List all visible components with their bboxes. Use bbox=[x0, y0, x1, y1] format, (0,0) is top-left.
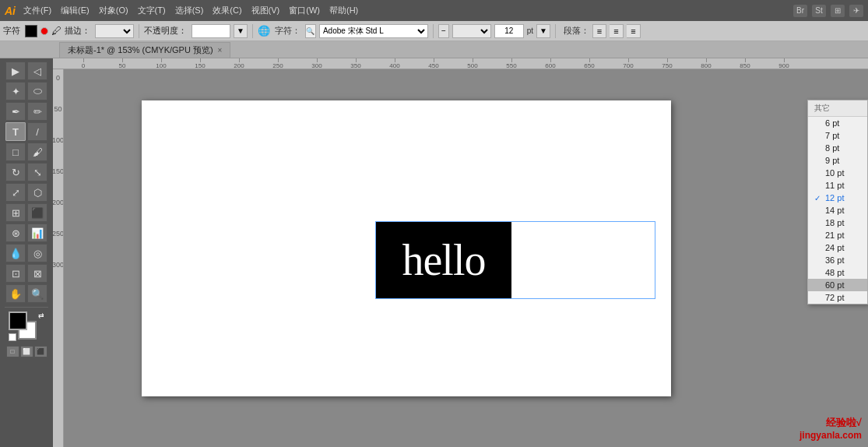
menu-type[interactable]: 文字(T) bbox=[138, 5, 166, 16]
dropdown-item-48pt[interactable]: 48 pt bbox=[808, 266, 867, 279]
ruler-tick-500: 500 bbox=[453, 58, 492, 69]
slice-tool[interactable]: ⊠ bbox=[27, 264, 47, 283]
artboard-tool[interactable]: ⊡ bbox=[5, 264, 26, 283]
font-size-dropdown-btn[interactable]: ▼ bbox=[536, 24, 550, 38]
tool-row-1: ▶ ◁ bbox=[5, 62, 47, 80]
magic-wand-tool[interactable]: ✦ bbox=[5, 82, 26, 100]
dropdown-item-12pt[interactable]: ✓ 12 pt bbox=[808, 192, 867, 204]
stroke-select[interactable] bbox=[95, 24, 134, 38]
eyedropper-tool[interactable]: 💧 bbox=[5, 244, 26, 262]
menu-bar[interactable]: 文件(F) 编辑(E) 对象(O) 文字(T) 选择(S) 效果(C) 视图(V… bbox=[23, 5, 358, 16]
ruler-tick-250: 250 bbox=[258, 58, 297, 69]
lasso-tool[interactable]: ⬭ bbox=[27, 82, 47, 100]
opacity-input[interactable]: 100% bbox=[192, 24, 230, 38]
type-tool[interactable]: T bbox=[5, 122, 26, 141]
font-search-icon[interactable] bbox=[305, 24, 316, 38]
rotate-tool[interactable]: ↻ bbox=[5, 163, 26, 181]
menu-edit[interactable]: 编辑(E) bbox=[61, 5, 90, 16]
menu-window[interactable]: 窗口(W) bbox=[289, 5, 320, 16]
ruler-tick-50: 50 bbox=[103, 58, 142, 69]
outline-view-btn[interactable]: ⬜ bbox=[20, 346, 33, 357]
paintbrush-tool[interactable]: 🖌 bbox=[27, 143, 47, 161]
tool-row-7: ⤢ ⬡ bbox=[5, 183, 47, 202]
line-tool[interactable]: / bbox=[27, 122, 47, 141]
pen-tool[interactable]: ✒ bbox=[5, 102, 26, 121]
dropdown-item-36pt[interactable]: 36 pt bbox=[808, 254, 867, 266]
dropdown-item-72pt[interactable]: 72 pt bbox=[808, 291, 867, 304]
free-transform-tool[interactable]: ⊞ bbox=[5, 203, 26, 222]
font-size-select[interactable] bbox=[452, 24, 491, 38]
ruler-tick-900: 900 bbox=[764, 58, 803, 69]
dropdown-item-7pt[interactable]: 7 pt bbox=[808, 129, 867, 142]
column-graph-tool[interactable]: 📊 bbox=[27, 224, 47, 242]
menu-object[interactable]: 对象(O) bbox=[99, 5, 128, 16]
align-center-btn[interactable]: ≡ bbox=[610, 24, 624, 38]
selection-tool[interactable]: ▶ bbox=[5, 62, 26, 80]
opacity-arrow[interactable]: ▼ bbox=[234, 24, 248, 38]
paragraph-label: 段落： bbox=[564, 25, 589, 37]
pixel-view-btn[interactable]: ⬛ bbox=[34, 346, 47, 357]
text-frame[interactable]: hello bbox=[375, 221, 655, 299]
share-icon[interactable]: ✈ bbox=[849, 5, 863, 17]
blend-tool[interactable]: ◎ bbox=[27, 244, 47, 262]
rectangle-tool[interactable]: □ bbox=[5, 143, 26, 161]
menu-help[interactable]: 帮助(H) bbox=[329, 5, 358, 16]
scale-tool[interactable]: ⤢ bbox=[5, 183, 26, 202]
dropdown-item-11pt[interactable]: 11 pt bbox=[808, 179, 867, 192]
tools-panel: ▶ ◁ ✦ ⬭ ✒ ✏ T / □ 🖌 ↻ ⤡ ⤢ ⬡ bbox=[0, 58, 53, 447]
perspective-tool[interactable]: ⬛ bbox=[27, 203, 47, 222]
fill-color-swatch[interactable] bbox=[25, 25, 37, 37]
watermark: 经验啦√ jingyanla.com bbox=[799, 416, 862, 441]
main-area: ▶ ◁ ✦ ⬭ ✒ ✏ T / □ 🖌 ↻ ⤡ ⤢ ⬡ bbox=[0, 58, 868, 447]
tab-bar: 未标题-1* @ 153% (CMYK/GPU 预览) × bbox=[0, 41, 868, 58]
artboard[interactable]: hello bbox=[142, 100, 671, 396]
normal-view-btn[interactable]: □ bbox=[6, 346, 19, 357]
align-right-btn[interactable]: ≡ bbox=[627, 24, 641, 38]
tool-row-12: ✋ 🔍 bbox=[5, 284, 47, 303]
pencil-tool[interactable]: ✏ bbox=[27, 102, 47, 121]
ruler-tick-350: 350 bbox=[336, 58, 375, 69]
menu-view[interactable]: 视图(V) bbox=[251, 5, 280, 16]
warp-tool[interactable]: ⤡ bbox=[27, 163, 47, 181]
menu-file[interactable]: 文件(F) bbox=[23, 5, 51, 16]
globe-icon: 🌐 bbox=[258, 25, 270, 37]
tool-row-4: T / bbox=[5, 122, 47, 141]
dropdown-header: 其它 bbox=[808, 100, 867, 117]
dropdown-item-21pt[interactable]: 21 pt bbox=[808, 229, 867, 241]
pt-label: pt bbox=[527, 26, 533, 35]
align-left-btn[interactable]: ≡ bbox=[592, 24, 606, 38]
dropdown-item-60pt[interactable]: 60 pt bbox=[808, 279, 867, 291]
dropdown-item-14pt[interactable]: 14 pt bbox=[808, 204, 867, 216]
ruler-ticks: 0 50 100 150 200 250 300 350 400 450 500… bbox=[64, 58, 803, 69]
font-size-decrease[interactable]: − bbox=[438, 24, 449, 38]
tool-row-10: 💧 ◎ bbox=[5, 244, 47, 262]
hand-tool[interactable]: ✋ bbox=[5, 284, 26, 303]
swap-colors-icon[interactable]: ⇄ bbox=[38, 311, 44, 319]
document-tab[interactable]: 未标题-1* @ 153% (CMYK/GPU 预览) × bbox=[59, 42, 230, 58]
dropdown-item-6pt[interactable]: 6 pt bbox=[808, 117, 867, 129]
stock-icon[interactable]: St bbox=[812, 5, 826, 17]
dropdown-item-8pt[interactable]: 8 pt bbox=[808, 142, 867, 154]
bridge-icon[interactable]: Br bbox=[793, 5, 807, 17]
shape-builder-tool[interactable]: ⬡ bbox=[27, 183, 47, 202]
direct-selection-tool[interactable]: ◁ bbox=[27, 62, 47, 80]
canvas-background[interactable]: hello bbox=[64, 69, 868, 447]
grid-icon[interactable]: ⊞ bbox=[831, 5, 845, 17]
menu-select[interactable]: 选择(S) bbox=[175, 5, 204, 16]
font-size-input[interactable] bbox=[494, 24, 524, 38]
dropdown-item-9pt[interactable]: 9 pt bbox=[808, 154, 867, 167]
tool-separator bbox=[5, 307, 48, 308]
tab-close-btn[interactable]: × bbox=[218, 46, 223, 55]
reset-colors-icon[interactable] bbox=[9, 333, 16, 341]
symbol-tool[interactable]: ⊛ bbox=[5, 224, 26, 242]
dropdown-item-10pt[interactable]: 10 pt bbox=[808, 167, 867, 179]
dropdown-item-24pt[interactable]: 24 pt bbox=[808, 241, 867, 254]
ruler-tick-800: 800 bbox=[687, 58, 726, 69]
dropdown-item-18pt[interactable]: 18 pt bbox=[808, 216, 867, 229]
font-family-select[interactable]: Adobe 宋体 Std L bbox=[319, 24, 428, 38]
horizontal-ruler: 0 50 100 150 200 250 300 350 400 450 500… bbox=[53, 58, 868, 69]
foreground-color-swatch[interactable] bbox=[9, 311, 27, 330]
menu-effect[interactable]: 效果(C) bbox=[213, 5, 241, 16]
ruler-tick-0: 0 bbox=[64, 58, 103, 69]
zoom-tool[interactable]: 🔍 bbox=[27, 284, 47, 303]
